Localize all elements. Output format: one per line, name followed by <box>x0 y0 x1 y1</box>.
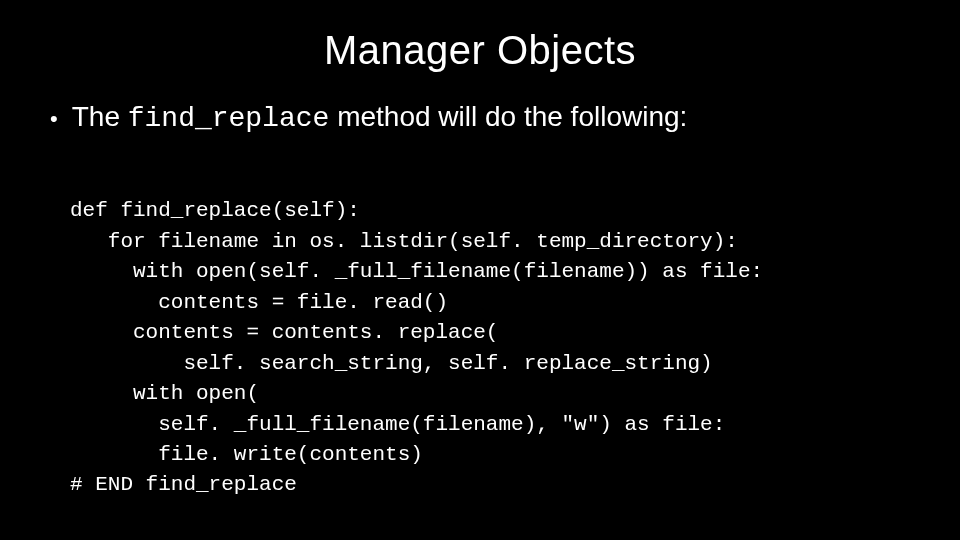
code-line: self. search_string, self. replace_strin… <box>70 352 713 375</box>
code-line: with open( <box>70 382 259 405</box>
slide-title: Manager Objects <box>40 28 920 73</box>
code-line: self. _full_filename(filename), "w") as … <box>70 413 725 436</box>
code-line: contents = contents. replace( <box>70 321 498 344</box>
code-line: for filename in os. listdir(self. temp_d… <box>70 230 738 253</box>
code-line: def find_replace(self): <box>70 199 360 222</box>
bullet-item: • The find_replace method will do the fo… <box>50 101 920 134</box>
bullet-dot-icon: • <box>50 105 58 133</box>
bullet-text-pre: The <box>72 101 128 132</box>
code-line: file. write(contents) <box>70 443 423 466</box>
code-line: with open(self. _full_filename(filename)… <box>70 260 763 283</box>
slide: Manager Objects • The find_replace metho… <box>0 0 960 540</box>
code-block: def find_replace(self): for filename in … <box>70 166 920 501</box>
bullet-text: The find_replace method will do the foll… <box>72 101 688 134</box>
bullet-text-post: method will do the following: <box>329 101 687 132</box>
bullet-text-code: find_replace <box>128 103 330 134</box>
code-line: contents = file. read() <box>70 291 448 314</box>
code-line: # END find_replace <box>70 473 297 496</box>
